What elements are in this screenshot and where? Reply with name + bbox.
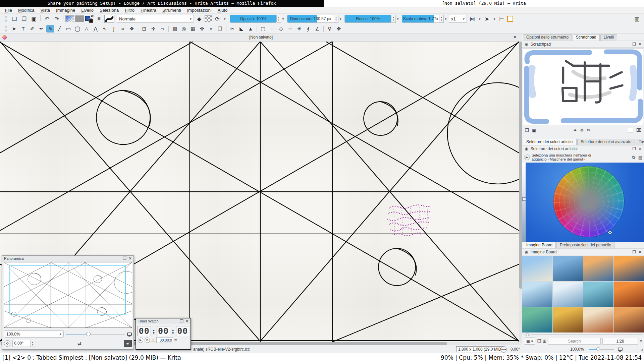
chevron-down-icon[interactable]: ▾ bbox=[444, 15, 448, 22]
measure-tool[interactable]: ✂ bbox=[228, 25, 236, 33]
board-search-input[interactable] bbox=[548, 338, 601, 345]
fit-to-view-icon[interactable] bbox=[127, 333, 132, 336]
overview-minimap[interactable] bbox=[4, 262, 132, 328]
thumb-himalaya[interactable] bbox=[553, 282, 583, 307]
close-icon[interactable]: ✕ bbox=[128, 256, 132, 261]
panel-titlebar[interactable]: Panoramica ❐ ✕ bbox=[2, 256, 133, 261]
overview-zoom-combo[interactable]: 100,0% ▾ bbox=[4, 330, 64, 338]
float-icon[interactable]: ❐ bbox=[632, 146, 636, 151]
ellipse-tool[interactable]: ◯ bbox=[73, 25, 82, 33]
chevron-down-icon[interactable]: ▾ bbox=[396, 15, 400, 22]
thumb-blue-mosque[interactable] bbox=[553, 256, 583, 281]
canvas-rotation-icon[interactable]: ⟷ bbox=[500, 346, 507, 353]
blend-mode-combo[interactable]: Normale ▾ bbox=[117, 15, 194, 23]
tab-tavolozza[interactable]: Tavolozza bbox=[636, 139, 644, 145]
gamut-mask-toggle-icon[interactable]: ▶ bbox=[524, 155, 530, 160]
value-strip-handle[interactable] bbox=[522, 197, 526, 201]
fill-tool[interactable]: ◣ bbox=[237, 25, 246, 33]
chevron-down-icon[interactable]: ▾ bbox=[281, 15, 285, 22]
document-tab-title[interactable]: [Non salvato] bbox=[0, 34, 522, 41]
workspace-chooser-button[interactable]: ▥ bbox=[633, 15, 641, 23]
reference-images-tool[interactable]: ❒ bbox=[216, 25, 224, 33]
close-icon[interactable]: ✕ bbox=[638, 146, 642, 151]
zoom-slider[interactable] bbox=[589, 345, 614, 353]
float-icon[interactable]: ❐ bbox=[632, 42, 636, 47]
save-icon[interactable]: ▣ bbox=[532, 128, 536, 133]
mask-settings-icon[interactable]: ▤ bbox=[638, 155, 642, 160]
overview-panel[interactable]: Panoramica ❐ ✕ 100,0% ▾ ⟲ 0,00° bbox=[2, 255, 134, 350]
float-icon[interactable]: ❐ bbox=[123, 256, 126, 261]
polygon-select-tool[interactable]: ◇ bbox=[277, 25, 285, 33]
text-tool[interactable]: T bbox=[19, 25, 27, 33]
multibrush-tool[interactable]: ❖ bbox=[128, 25, 136, 33]
canvas-vertical-scrollbar[interactable] bbox=[519, 42, 522, 342]
fit-to-screen-icon[interactable] bbox=[618, 348, 623, 351]
tab-imagine-board[interactable]: Imagine Board bbox=[523, 242, 556, 248]
snap-button[interactable]: ⊢ bbox=[497, 15, 506, 23]
enclose-fill-tool[interactable]: ▲ bbox=[247, 25, 255, 33]
thumb-mountain-lake[interactable] bbox=[522, 282, 552, 307]
erase-icon[interactable]: ✏ bbox=[587, 128, 590, 133]
rotation-spinbox[interactable]: 0,00° ▴▾ bbox=[12, 340, 35, 347]
lock-icon[interactable]: ◉ bbox=[525, 42, 528, 47]
redo-button[interactable]: ↷ bbox=[52, 15, 61, 23]
chevron-down-icon[interactable]: ▾ bbox=[223, 15, 227, 22]
mirror-horizontal-button[interactable]: ⋈ bbox=[468, 15, 477, 23]
line-tool[interactable]: ╱ bbox=[55, 25, 63, 33]
tab-brush-presets[interactable]: Preimpostazioni del pennello bbox=[556, 242, 614, 248]
slider-handle[interactable] bbox=[596, 347, 600, 351]
swap-colors-icon[interactable]: ⇄ bbox=[91, 14, 94, 18]
slider-handle[interactable] bbox=[526, 333, 529, 336]
pan-icon[interactable]: ✥ bbox=[580, 128, 584, 133]
select-shapes-tool[interactable]: ➤ bbox=[10, 25, 18, 33]
pin-button[interactable]: ➤ bbox=[124, 340, 132, 347]
slider-bar[interactable]: Dimensione: 130,57 px bbox=[287, 15, 334, 23]
open-icon[interactable]: ❒ bbox=[525, 128, 529, 133]
overview-zoom-slider[interactable] bbox=[66, 331, 125, 338]
thumbnail-zoom-slider[interactable] bbox=[524, 333, 643, 337]
value-strip[interactable] bbox=[522, 163, 526, 242]
tab-tool-options[interactable]: Opzioni dello strumento bbox=[523, 34, 572, 41]
thumb-kathmandu[interactable] bbox=[614, 307, 644, 333]
undo-button[interactable]: ↶ bbox=[43, 15, 51, 23]
thumb-beach-sunset[interactable] bbox=[614, 256, 644, 281]
brush-preset-preview[interactable] bbox=[104, 15, 114, 23]
chevron-down-icon[interactable]: ▾ bbox=[338, 15, 342, 22]
thumb-golden-pagoda[interactable] bbox=[553, 307, 583, 333]
pattern-swatch[interactable] bbox=[75, 15, 84, 22]
panel-titlebar[interactable]: Timer Watch ❐ ✕ bbox=[136, 318, 191, 324]
slider-bar[interactable]: Flusso: 100% bbox=[344, 15, 391, 23]
tab-artistic-color-selector[interactable]: Selettore dei colori artistici bbox=[523, 139, 577, 145]
timer-watch-panel[interactable]: Timer Watch ❐ ✕ 00 : 00 : 00 ▶ ⟳ ⚠ 00:00… bbox=[136, 318, 191, 350]
instant-preview-combo[interactable]: x1 ▾ bbox=[449, 15, 467, 23]
play-button[interactable]: ▶ bbox=[138, 338, 143, 343]
ellipse-select-tool[interactable]: ◌ bbox=[268, 25, 276, 33]
menu-item[interactable]: Seleziona bbox=[97, 7, 122, 13]
scale-ratio-box[interactable]: 1:28 bbox=[602, 338, 638, 345]
spin-arrows[interactable]: ▴▾ bbox=[277, 15, 281, 23]
lock-icon[interactable]: ◉ bbox=[525, 250, 528, 254]
trash-icon[interactable]: ⌧ bbox=[636, 128, 641, 133]
freehand-select-tool[interactable]: ∽ bbox=[286, 25, 294, 33]
menu-item[interactable]: Livello bbox=[78, 7, 97, 13]
scratchpad-canvas[interactable] bbox=[523, 48, 643, 125]
menu-burger-icon[interactable]: ≡ bbox=[174, 338, 177, 343]
move-tool[interactable]: ✛ bbox=[149, 25, 157, 33]
close-icon[interactable]: ✕ bbox=[638, 42, 642, 47]
menu-item[interactable]: Immagine bbox=[53, 7, 78, 13]
toolbar-drag-handle[interactable] bbox=[5, 15, 7, 22]
chevron-down-icon[interactable]: ▾ bbox=[492, 15, 496, 22]
thumb-white-stupa[interactable] bbox=[583, 307, 613, 333]
hue-saturation-wheel[interactable] bbox=[553, 166, 624, 237]
spin-arrows[interactable]: ▴▾ bbox=[439, 15, 444, 23]
resize-grip-icon[interactable]: ◢ bbox=[641, 345, 643, 353]
tab-livelli[interactable]: Livelli bbox=[600, 34, 617, 41]
export-icon[interactable]: ⊞ bbox=[543, 339, 546, 344]
lock-icon[interactable]: ◉ bbox=[525, 146, 528, 151]
crop-tool[interactable]: ⊡ bbox=[140, 25, 148, 33]
gamut-mask-icon[interactable]: ❂ bbox=[632, 155, 636, 160]
gradient-tool[interactable]: ▧ bbox=[171, 25, 179, 33]
similar-select-tool[interactable]: ✳ bbox=[295, 25, 303, 33]
float-icon[interactable]: ❐ bbox=[632, 250, 636, 254]
edit-shapes-tool[interactable]: ✐ bbox=[28, 25, 36, 33]
